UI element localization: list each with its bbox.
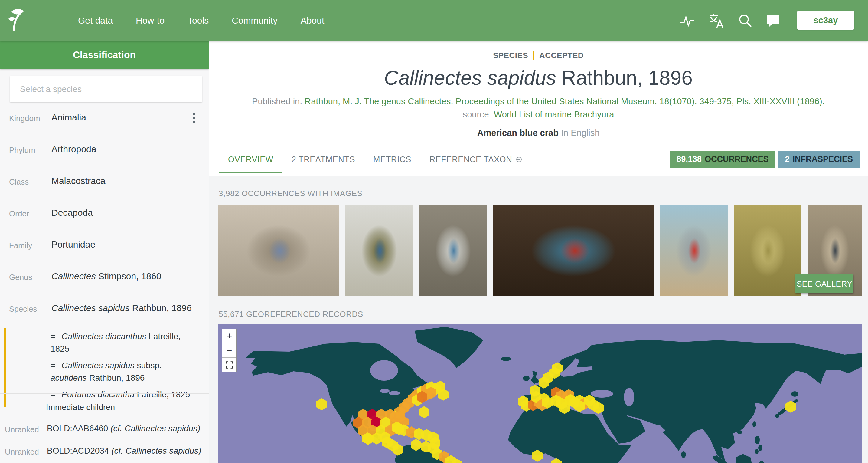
species-search-input[interactable] xyxy=(10,76,202,102)
classification-header: Classification xyxy=(0,41,209,69)
image-accent xyxy=(686,233,703,269)
chat-icon[interactable] xyxy=(766,13,780,28)
occurrence-image[interactable] xyxy=(660,205,728,296)
nav-item-tools[interactable]: Tools xyxy=(187,16,209,26)
search-icon[interactable] xyxy=(737,13,753,28)
rank-value[interactable]: Callinectes sapidus Rathbun, 1896 xyxy=(52,302,209,313)
rank-row-genus[interactable]: GenusCallinectes Stimpson, 1860 xyxy=(0,270,209,302)
gbif-logo[interactable] xyxy=(8,8,30,33)
occurrence-image[interactable] xyxy=(493,205,654,296)
tab-strip: OVERVIEW2 TREATMENTSMETRICSREFERENCE TAX… xyxy=(209,151,868,173)
rank-value[interactable]: Decapoda xyxy=(52,207,209,218)
child-taxon-name[interactable]: BOLD:ACD2034 (cf. Callinectes sapidus) xyxy=(47,445,206,456)
rank-label: Genus xyxy=(9,273,32,282)
rank-label: Family xyxy=(9,241,32,250)
published-link[interactable]: Rathbun, M. J. The genus Callinectes. Pr… xyxy=(305,96,825,106)
tab-overview[interactable]: OVERVIEW xyxy=(219,151,282,173)
child-taxon-name[interactable]: BOLD:AAB6460 (cf. Callinectes sapidus) xyxy=(47,423,206,433)
occurrences-badge[interactable]: 89,138OCCURRENCES xyxy=(670,151,775,168)
link-icon xyxy=(515,155,523,163)
image-accent xyxy=(371,233,389,269)
main-content: SPECIES ACCEPTED Callinectes sapidus Rat… xyxy=(209,41,868,463)
image-accent xyxy=(264,233,296,269)
rank-label: Kingdom xyxy=(9,114,40,123)
equals-sign: = xyxy=(51,330,55,343)
synonym-row[interactable]: =Callinectes sapidus subsp. acutidens Ra… xyxy=(6,359,199,384)
tab-reference-taxon[interactable]: REFERENCE TAXON xyxy=(421,151,532,173)
rank-value[interactable]: Portunidae xyxy=(52,238,209,250)
rank-row-order[interactable]: OrderDecapoda xyxy=(0,207,209,238)
species-search[interactable] xyxy=(10,76,202,102)
rank-value[interactable]: Arthropoda xyxy=(52,143,209,154)
occurrence-image[interactable] xyxy=(734,205,802,296)
map-zoom-controls: + − xyxy=(222,329,237,372)
rank-value[interactable]: Animalia xyxy=(52,111,209,122)
map-heading: 55,671 GEOREFERENCED RECORDS xyxy=(219,310,868,319)
see-gallery-button[interactable]: SEE GALLERY xyxy=(796,274,854,293)
occurrence-image[interactable] xyxy=(419,205,487,296)
equals-sign: = xyxy=(51,388,55,401)
status-divider xyxy=(533,51,534,60)
rank-row-phylum[interactable]: PhylumArthropoda xyxy=(0,143,209,175)
child-row[interactable]: UnrankedBOLD:AAB6460 (cf. Callinectes sa… xyxy=(0,423,209,445)
rank-row-kingdom[interactable]: KingdomAnimalia xyxy=(0,111,209,143)
published-in: Published in: Rathbun, M. J. The genus C… xyxy=(209,96,868,107)
image-accent xyxy=(445,233,462,269)
zoom-in-button[interactable]: + xyxy=(222,329,236,343)
child-list: UnrankedBOLD:AAB6460 (cf. Callinectes sa… xyxy=(0,423,209,463)
images-heading: 3,982 OCCURRENCES WITH IMAGES xyxy=(219,189,868,198)
child-rank-label: Unranked xyxy=(5,447,39,457)
rank-row-class[interactable]: ClassMalacostraca xyxy=(0,175,209,207)
nav-item-community[interactable]: Community xyxy=(232,16,278,26)
nav-item-how-to[interactable]: How-to xyxy=(136,16,164,26)
image-accent xyxy=(760,233,777,269)
synonym-row[interactable]: =Portunus diacantha Latreille, 1825 xyxy=(6,388,199,401)
pulse-icon[interactable] xyxy=(679,15,695,27)
rank-label: Class xyxy=(9,177,29,187)
status-badge: ACCEPTED xyxy=(539,51,584,60)
immediate-children-header: Immediate children xyxy=(46,403,115,412)
top-nav: Get dataHow-toToolsCommunityAbout sc3ay xyxy=(0,0,868,41)
taxon-status: SPECIES ACCEPTED xyxy=(209,51,868,60)
equals-sign: = xyxy=(51,359,55,372)
rank-label: Order xyxy=(9,209,29,219)
rank-list: KingdomAnimaliaPhylumArthropodaClassMala… xyxy=(0,111,209,334)
image-accent xyxy=(554,233,596,269)
zoom-out-button[interactable]: − xyxy=(222,344,236,357)
page-title: Callinectes sapidus Rathbun, 1896 xyxy=(209,66,868,89)
occurrence-image[interactable] xyxy=(345,205,413,296)
synonym-row[interactable]: =Callinectes diacanthus Latreille, 1825 xyxy=(6,330,199,355)
vernacular-name: American blue crab In English xyxy=(209,128,868,138)
translate-icon[interactable] xyxy=(708,13,725,28)
main-nav: Get dataHow-toToolsCommunityAbout xyxy=(78,16,324,26)
occurrence-image[interactable] xyxy=(218,205,339,296)
nav-item-get-data[interactable]: Get data xyxy=(78,16,113,26)
rank-row-family[interactable]: FamilyPortunidae xyxy=(0,238,209,270)
kebab-menu-icon[interactable] xyxy=(193,113,195,125)
overview-section: 3,982 OCCURRENCES WITH IMAGES SEE GALLER… xyxy=(209,175,868,463)
tab-2-treatments[interactable]: 2 TREATMENTS xyxy=(282,151,364,173)
nav-item-about[interactable]: About xyxy=(301,16,324,26)
fullscreen-icon xyxy=(225,360,234,370)
source-line: source: World List of marine Brachyura xyxy=(209,110,868,119)
rank-value[interactable]: Malacostraca xyxy=(52,175,209,186)
rank-value[interactable]: Callinectes Stimpson, 1860 xyxy=(52,270,209,282)
infraspecies-badge[interactable]: 2INFRASPECIES xyxy=(778,151,860,168)
rank-label: Phylum xyxy=(9,146,35,155)
rank-badge: SPECIES xyxy=(493,51,528,60)
tab-metrics[interactable]: METRICS xyxy=(364,151,421,173)
child-rank-label: Unranked xyxy=(5,425,39,434)
user-button[interactable]: sc3ay xyxy=(797,11,854,30)
classification-sidebar: Classification KingdomAnimaliaPhylumArth… xyxy=(0,41,209,463)
fullscreen-button[interactable] xyxy=(222,358,236,372)
synonym-block: =Callinectes diacanthus Latreille, 1825=… xyxy=(4,328,209,407)
child-row[interactable]: UnrankedBOLD:ACD2034 (cf. Callinectes sa… xyxy=(0,445,209,463)
image-strip: SEE GALLERY xyxy=(218,205,868,296)
image-accent xyxy=(828,233,842,269)
occurrence-map[interactable]: + − xyxy=(218,324,862,463)
source-link[interactable]: World List of marine Brachyura xyxy=(494,110,614,119)
rank-label: Species xyxy=(9,305,37,314)
